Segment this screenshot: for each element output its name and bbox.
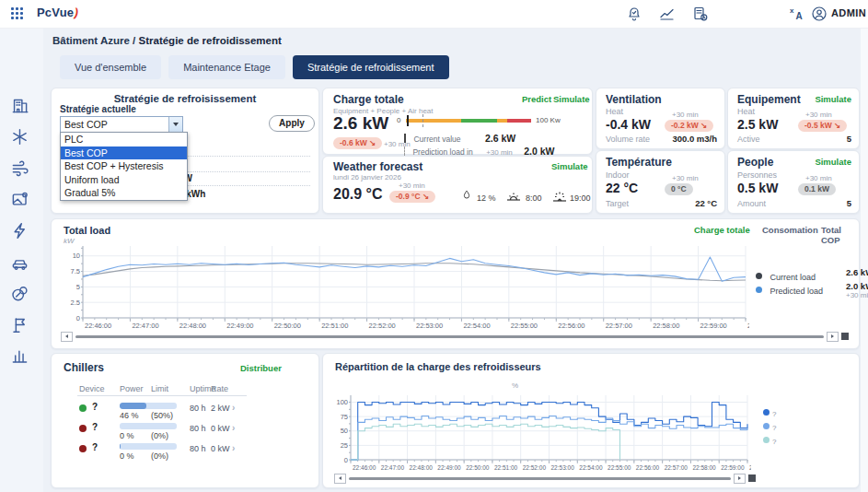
humidity-droplet-icon (461, 188, 472, 203)
total-load-scrollbar[interactable] (61, 332, 849, 341)
strategy-option-best-cop[interactable]: Best COP (61, 146, 187, 160)
sidebar-item-building-icon[interactable] (11, 97, 29, 114)
apply-button[interactable]: Apply (269, 115, 315, 132)
svg-text:22:59:00: 22:59:00 (700, 322, 727, 330)
chiller-power-value: 46 % (120, 411, 139, 420)
svg-text:10: 10 (73, 252, 80, 260)
chiller-uptime-value: 80 h (190, 424, 206, 433)
pcvue-app: PcVue) xA ADMIN Bâtiment Azure / (0, 0, 868, 492)
sidebar-item-analytics-bars-icon[interactable] (11, 347, 29, 365)
chart-link-charge-totale[interactable]: Charge totale (694, 225, 750, 235)
scrollbar-handle[interactable] (748, 474, 756, 482)
people-simulate-link[interactable]: Simulate (815, 157, 851, 167)
distribuer-link[interactable]: Distribuer (240, 363, 282, 373)
chiller-rate-value: 2 kW (211, 404, 230, 413)
strategy-option-plc[interactable]: PLC (61, 133, 187, 146)
people-title: People (737, 156, 773, 169)
temperature-panel: Température Indoor 22 °C +30 min 0 °C Ta… (596, 150, 725, 214)
temperature-delta-badge: 0 °C (665, 183, 693, 195)
chiller-name: ? (92, 442, 98, 452)
equipement-row-value: 5 (847, 134, 851, 144)
scroll-left-icon[interactable] (61, 332, 73, 342)
series1-dot (763, 409, 770, 416)
divider (77, 395, 247, 396)
chiller-power-bar (120, 423, 177, 429)
strategy-option-best-cop-hysteresis[interactable]: Best COP + Hysteresis (61, 159, 187, 173)
chiller-power-value: 0 % (120, 431, 134, 440)
chiller-rate-value: 0 kW (211, 444, 230, 453)
scrollbar-handle[interactable] (841, 333, 849, 340)
trends-chart-icon[interactable] (659, 6, 676, 22)
notifications-bell-icon[interactable] (626, 6, 642, 22)
load-gauge (406, 119, 531, 123)
chiller-power-value: 0 % (120, 451, 134, 461)
predicted-load-label: Predicted load (770, 287, 823, 296)
right-edge-strip (861, 28, 868, 492)
svg-text:22:46:00: 22:46:00 (85, 322, 111, 330)
chiller-status-dot (79, 425, 87, 432)
reports-clock-icon[interactable] (692, 6, 709, 22)
repartition-title: Répartition de la charge des refroidisse… (335, 361, 541, 372)
sunrise-time: 8:00 (526, 193, 542, 203)
temperature-value: 22 °C (606, 181, 638, 195)
current-load-dot (756, 273, 762, 279)
select-chevron-icon[interactable] (168, 117, 182, 132)
repartition-scrollbar[interactable] (334, 474, 756, 483)
sidebar-item-energy-bolt-icon[interactable] (11, 222, 29, 240)
svg-text:2.5: 2.5 (71, 299, 80, 307)
sidebar-item-vehicle-icon[interactable] (11, 253, 29, 271)
scroll-left-icon[interactable] (334, 474, 346, 484)
svg-text:22:55:00: 22:55:00 (608, 464, 631, 471)
chevron-right-icon[interactable]: › (232, 443, 235, 453)
chiller-limit-value: (0%) (151, 431, 168, 440)
chart-link-consomation[interactable]: Consomation (762, 225, 818, 235)
equipement-simulate-link[interactable]: Simulate (815, 94, 851, 104)
temperature-title: Température (606, 156, 672, 169)
app-launcher-icon[interactable] (11, 7, 24, 20)
ventilation-panel: Ventilation Heat -0.4 kW +30 min -0.2 kW… (596, 88, 725, 149)
temperature-row-label: Target (606, 199, 629, 208)
strategy-dropdown-list: PLC Best COP Best COP + Hysteresis Unifo… (60, 132, 188, 201)
breadcrumb-current: Stratégie de refroidissement (139, 35, 282, 46)
tab-maintenance-etage[interactable]: Maintenance Etage (168, 55, 285, 79)
svg-text:23:00:00: 23:00:00 (749, 464, 751, 471)
gauge-min-label: 0 (397, 116, 400, 124)
strategy-option-uniform-load[interactable]: Uniform load (61, 173, 187, 187)
predicted-load-dot (756, 287, 762, 293)
sidebar-item-costs-icon[interactable] (11, 285, 29, 302)
chevron-right-icon[interactable]: › (232, 423, 235, 433)
sidebar-item-airflow-icon[interactable] (11, 159, 29, 177)
scroll-right-icon[interactable] (827, 332, 839, 342)
strategy-option-gradual-5[interactable]: Gradual 5% (61, 186, 187, 200)
sunset-icon (551, 189, 568, 204)
weather-simulate-link[interactable]: Simulate (551, 161, 588, 171)
tab-strategie-refroidissement[interactable]: Stratégie de refroidissement (293, 55, 449, 79)
svg-text:22:47:00: 22:47:00 (381, 464, 405, 471)
chart-link-total-cop[interactable]: Total COP (821, 225, 859, 245)
predict-link[interactable]: Predict (522, 94, 551, 104)
chevron-right-icon[interactable]: › (232, 403, 235, 413)
scroll-right-icon[interactable] (734, 474, 746, 484)
simulate-link[interactable]: Simulate (553, 94, 590, 104)
svg-text:22:54:00: 22:54:00 (463, 322, 490, 330)
breadcrumb-parent[interactable]: Bâtiment Azure / (52, 35, 135, 46)
current-load-value: 2.6 kW (846, 267, 868, 277)
user-avatar-icon[interactable] (811, 6, 827, 22)
ventilation-delta-title: +30 min (672, 111, 699, 119)
chiller-name: ? (92, 422, 98, 432)
people-row-label: Amount (737, 199, 766, 208)
svg-text:25: 25 (341, 441, 348, 450)
tab-vue-densemble[interactable]: Vue d'ensemble (60, 55, 161, 79)
svg-text:75: 75 (341, 413, 348, 421)
sidebar-item-map-view-icon[interactable] (11, 191, 29, 208)
language-translate-icon[interactable]: xA (789, 6, 805, 22)
scrollbar-track[interactable] (349, 477, 731, 480)
chiller-rate-value: 0 kW (211, 424, 230, 433)
scrollbar-track[interactable] (75, 335, 824, 338)
repartition-panel: Répartition de la charge des refroidisse… (322, 353, 860, 488)
gauge-current-marker (407, 115, 409, 126)
svg-text:22:58:00: 22:58:00 (692, 464, 716, 471)
sidebar-item-flag-icon[interactable] (11, 316, 29, 334)
admin-label[interactable]: ADMIN (831, 7, 866, 18)
sidebar-item-cooling-snowflake-icon[interactable] (11, 128, 29, 146)
